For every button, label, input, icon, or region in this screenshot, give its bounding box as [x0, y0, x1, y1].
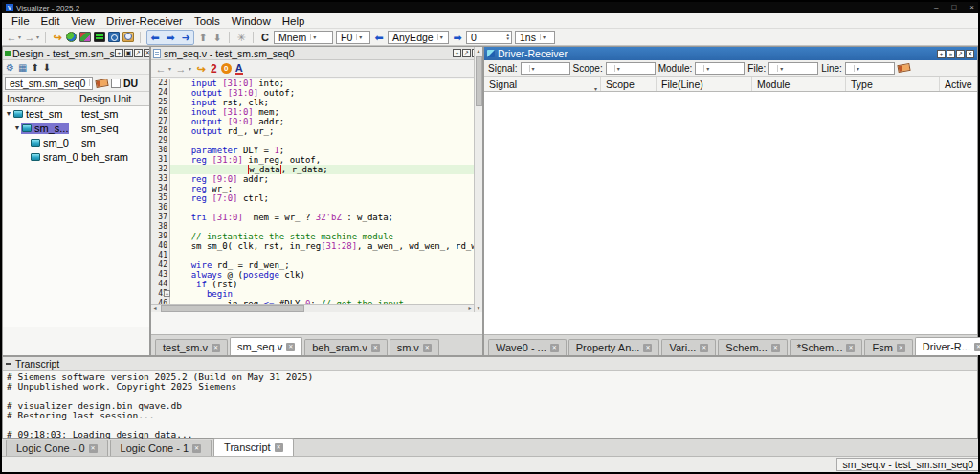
chevron-down-icon[interactable]: ▾	[437, 34, 443, 40]
column-header-active[interactable]: Active	[940, 77, 980, 91]
tab-close-icon[interactable]: ✕	[286, 343, 295, 351]
tab-close-icon[interactable]: ✕	[212, 344, 220, 352]
waveform-icon[interactable]	[94, 32, 105, 42]
code-line[interactable]: 43 always @ (posedge clk)	[151, 270, 482, 280]
count-spinbox[interactable]: 0▲▼	[466, 31, 512, 44]
filter-combo-file[interactable]: ▾	[768, 62, 818, 75]
tab-close-icon[interactable]: ✕	[846, 344, 855, 352]
chevron-down-icon[interactable]: ▾	[854, 65, 859, 72]
code-line[interactable]: 27 output [9:0] addr;	[151, 117, 482, 126]
grid-icon[interactable]: ▦	[18, 62, 27, 73]
tab-close-icon[interactable]: ✕	[192, 444, 201, 453]
chevron-down-icon[interactable]: ▾	[614, 65, 620, 72]
tab-close-icon[interactable]: ✕	[550, 344, 559, 352]
chevron-down-icon[interactable]: ▾	[310, 34, 316, 40]
scope-combo[interactable]: est_sm.sm_seq0▾	[5, 77, 93, 90]
reload-icon[interactable]: ↪	[195, 62, 207, 76]
column-header-scope[interactable]: Scope	[601, 77, 657, 91]
vertical-scrollbar[interactable]: ▲ ▼	[474, 47, 482, 312]
tab-schem[interactable]: *Schem...✕	[790, 339, 863, 355]
file-search-icon[interactable]	[122, 32, 134, 42]
tab-close-icon[interactable]: ✕	[89, 444, 98, 453]
forward-dropdown-icon[interactable]: ▾	[36, 34, 39, 40]
filter-combo-module[interactable]: ▾	[695, 62, 745, 75]
tab-vari[interactable]: Vari...✕	[661, 339, 716, 355]
collapse-icon[interactable]	[6, 363, 11, 365]
back-dropdown-icon[interactable]: ▾	[168, 65, 171, 72]
code-line[interactable]: 35 reg [7:0] ctrl;	[151, 193, 482, 203]
tab-close-icon[interactable]: ✕	[897, 344, 905, 352]
tab-test-sm-v[interactable]: test_sm.v✕	[155, 339, 228, 355]
scroll-left-icon[interactable]: ◄	[151, 305, 159, 312]
chevron-down-icon[interactable]: ▾	[540, 34, 546, 40]
tree-row[interactable]: ▼sm_s...sm_seq	[3, 121, 149, 135]
filter-combo-line[interactable]: ▾	[845, 62, 895, 75]
scroll-right-icon[interactable]: ►	[466, 305, 474, 312]
tab-property-an[interactable]: Property An...✕	[568, 339, 660, 355]
time-driver-icon[interactable]: ➜	[180, 31, 191, 44]
design-hierarchy-icon[interactable]	[66, 32, 77, 42]
back-dropdown-icon[interactable]: ▾	[18, 34, 21, 40]
instance-cell[interactable]: sram_0	[30, 151, 79, 163]
tab-sm-seq-v[interactable]: sm_seq.v✕	[230, 337, 302, 355]
back-button[interactable]: ←	[6, 31, 17, 44]
panel-next-button[interactable]: »	[947, 50, 955, 58]
search-right-icon[interactable]: ➡	[452, 31, 463, 44]
font-settings-icon[interactable]: A	[235, 63, 243, 75]
expander-icon[interactable]: ▼	[5, 110, 12, 117]
menu-item-help[interactable]: Help	[277, 15, 311, 27]
fold-marker-icon[interactable]: −	[164, 290, 170, 297]
instance-cell[interactable]: test_sm	[12, 108, 64, 120]
code-line[interactable]: 30 parameter DLY = 1;	[151, 146, 482, 155]
expander-icon[interactable]: ▼	[13, 124, 21, 131]
code-line[interactable]: 45− begin	[151, 289, 482, 299]
forward-button[interactable]: →	[175, 62, 187, 76]
code-view[interactable]: 23 input [31:0] into;24 output [31:0] ou…	[151, 79, 482, 312]
column-header-type[interactable]: Type	[846, 77, 940, 91]
panel-close-button[interactable]: ✕	[144, 49, 149, 57]
gear-icon[interactable]: ⚙	[6, 62, 14, 73]
code-line[interactable]: 26 inout [31:0] mem;	[151, 107, 482, 117]
code-line[interactable]: 34 reg wr_;	[151, 184, 482, 193]
search-left-icon[interactable]: ⬅	[373, 31, 385, 44]
tab-transcript[interactable]: Transcript✕	[213, 438, 294, 456]
scrollbar-thumb[interactable]	[161, 305, 304, 312]
tab-close-icon[interactable]: ✕	[974, 343, 980, 351]
panel-add-button[interactable]: +	[937, 50, 946, 58]
tab-driver-r[interactable]: Driver-R...✕	[915, 337, 980, 355]
radix-combo[interactable]: F0▾	[336, 31, 370, 44]
chevron-down-icon[interactable]: ▾	[529, 65, 535, 72]
code-line[interactable]: 44 if (rst)	[151, 280, 482, 289]
scroll-up-icon[interactable]: ▲	[475, 47, 482, 55]
code-line[interactable]: 39 // instantiate the state machine modu…	[151, 232, 482, 241]
tab-close-icon[interactable]: ✕	[423, 344, 432, 352]
menu-item-driver-receiver[interactable]: Driver-Receiver	[100, 15, 189, 27]
tree-row[interactable]: ▼test_smtest_sm	[3, 106, 149, 121]
tab-sm-v[interactable]: sm.v✕	[390, 339, 439, 355]
column-header-signal[interactable]: Signal▾	[484, 77, 601, 91]
reload-icon[interactable]: ↪	[52, 31, 63, 44]
chevron-down-icon[interactable]: ▾	[89, 79, 93, 86]
code-line[interactable]: 41	[151, 251, 482, 260]
code-line[interactable]: 29	[151, 136, 482, 146]
panel-add-button[interactable]: +	[115, 49, 123, 57]
zoom-search-icon[interactable]	[108, 32, 120, 42]
code-line[interactable]: 38	[151, 222, 482, 232]
tab-close-icon[interactable]: ✕	[700, 344, 708, 352]
tab-close-icon[interactable]: ✕	[643, 344, 652, 352]
schematic-icon[interactable]	[79, 32, 91, 42]
code-line[interactable]: 37 tri [31:0] mem = wr_ ? 32'bZ : w_data…	[151, 213, 482, 222]
panel-dock-button[interactable]: ▣	[124, 49, 133, 57]
code-line[interactable]: 24 output [31:0] outof;	[151, 88, 482, 98]
code-line[interactable]: 23 input [31:0] into;	[151, 79, 482, 88]
down-hierarchy-icon[interactable]: ⬇	[212, 31, 223, 44]
scroll-down-icon[interactable]: ▼	[475, 305, 482, 312]
menu-item-file[interactable]: File	[6, 15, 35, 27]
tab-logic-cone-1[interactable]: Logic Cone - 1✕	[110, 440, 212, 456]
column-header-instance[interactable]: Instance	[7, 93, 45, 104]
filter-combo-signal[interactable]: ▾	[521, 62, 570, 75]
tab-fsm[interactable]: Fsm✕	[864, 339, 912, 355]
prev-driver-icon[interactable]: ⬅	[149, 31, 161, 44]
scrollbar-thumb[interactable]	[476, 56, 482, 106]
menu-item-view[interactable]: View	[65, 15, 100, 27]
